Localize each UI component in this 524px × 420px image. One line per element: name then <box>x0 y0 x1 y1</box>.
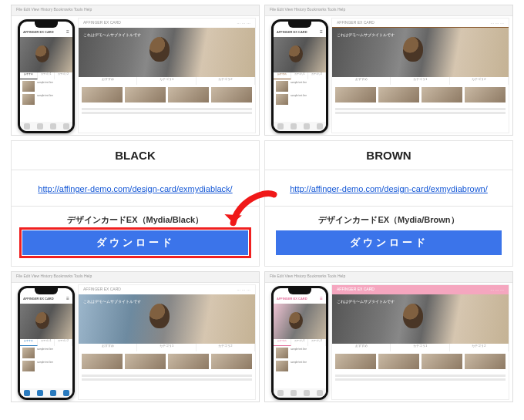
download-button-black[interactable]: ダウンロード <box>22 230 248 255</box>
demo-link-black[interactable]: http://affinger-demo.com/design-card/exm… <box>38 184 232 193</box>
hero-caption: これはデモ〜ムサブタイトルです <box>83 32 141 37</box>
preview-thumb-black: File Edit View History Bookmarks Tools H… <box>11 5 260 136</box>
pack-label-brown: デザインカードEX（Mydia/Brown） <box>265 207 512 230</box>
mobile-preview: AFFINGER EX CARD☰ おすすめカテゴリ1カテゴリ2 sample … <box>271 286 328 400</box>
mobile-preview: AFFINGER EX CARD☰ おすすめカテゴリ1カテゴリ2 sample … <box>271 19 328 133</box>
browser-menubar: File Edit View History Bookmarks Tools H… <box>12 272 259 283</box>
mobile-preview: AFFINGER EX CARD☰ おすすめカテゴリ1カテゴリ2 sample … <box>18 286 75 400</box>
desktop-preview: AFFINGER EX CARD… … … これはデモ〜ムサブタイトルです おす… <box>78 284 256 400</box>
site-brand: AFFINGER EX CARD <box>83 20 121 26</box>
desktop-preview: AFFINGER EX CARD… … … これはデモ〜ムサブタイトルです おす… <box>331 18 509 133</box>
info-panel-black: BLACK http://affinger-demo.com/design-ca… <box>11 140 260 267</box>
browser-menubar: File Edit View History Bookmarks Tools H… <box>12 5 259 16</box>
demo-link-brown[interactable]: http://affinger-demo.com/design-card/exm… <box>290 184 488 193</box>
variant-title: BLACK <box>12 141 259 170</box>
browser-menubar: File Edit View History Bookmarks Tools H… <box>265 5 512 16</box>
browser-menubar-text: File Edit View History Bookmarks Tools H… <box>16 7 92 14</box>
preview-thumb-blue: File Edit View History Bookmarks Tools H… <box>11 271 260 402</box>
mobile-preview: AFFINGER EX CARD☰ おすすめカテゴリ1カテゴリ2 sample … <box>18 19 75 133</box>
desktop-preview: AFFINGER EX CARD… … … これはデモ〜ムサブタイトルです おす… <box>331 284 509 400</box>
pack-label-black: デザインカードEX（Mydia/Black） <box>12 207 259 230</box>
preview-thumb-brown: File Edit View History Bookmarks Tools H… <box>264 5 513 136</box>
preview-thumb-pink: File Edit View History Bookmarks Tools H… <box>264 271 513 402</box>
browser-menubar: File Edit View History Bookmarks Tools H… <box>265 272 512 283</box>
variant-title: BROWN <box>265 141 512 170</box>
info-panel-brown: BROWN http://affinger-demo.com/design-ca… <box>264 140 513 267</box>
desktop-preview: AFFINGER EX CARD… … … これはデモ〜ムサブタイトルです おす… <box>78 18 256 133</box>
download-button-brown[interactable]: ダウンロード <box>276 230 502 255</box>
